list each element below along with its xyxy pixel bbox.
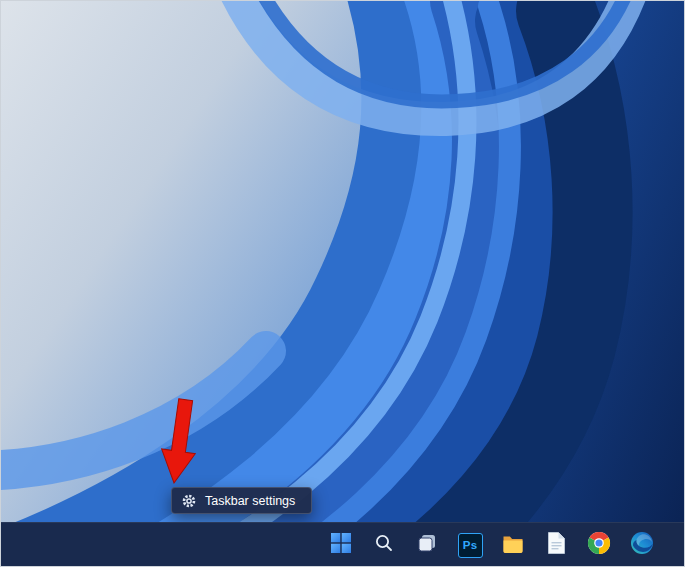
gear-icon	[182, 494, 196, 508]
windows-logo-icon	[330, 532, 352, 558]
edge-icon	[630, 531, 654, 559]
desktop-screen: Taskbar settings	[0, 0, 685, 567]
task-view-button[interactable]	[407, 525, 447, 565]
photoshop-icon: Ps	[458, 533, 483, 558]
context-menu: Taskbar settings	[171, 487, 312, 514]
photoshop-button[interactable]: Ps	[450, 525, 490, 565]
start-button[interactable]	[321, 525, 361, 565]
task-view-icon	[416, 532, 438, 558]
file-explorer-button[interactable]	[493, 525, 533, 565]
folder-icon	[501, 531, 525, 559]
document-app-button[interactable]	[536, 525, 576, 565]
search-icon	[374, 533, 394, 557]
chrome-icon	[587, 531, 611, 559]
wallpaper-bloom	[1, 1, 685, 567]
document-icon	[546, 531, 567, 559]
search-button[interactable]	[364, 525, 404, 565]
taskbar-icon-group: Ps	[321, 525, 662, 565]
taskbar: Ps	[1, 522, 684, 566]
photoshop-icon-label: Ps	[463, 539, 477, 551]
edge-button[interactable]	[622, 525, 662, 565]
chrome-button[interactable]	[579, 525, 619, 565]
context-menu-item-taskbar-settings[interactable]: Taskbar settings	[182, 494, 295, 508]
context-menu-item-label: Taskbar settings	[205, 494, 295, 508]
